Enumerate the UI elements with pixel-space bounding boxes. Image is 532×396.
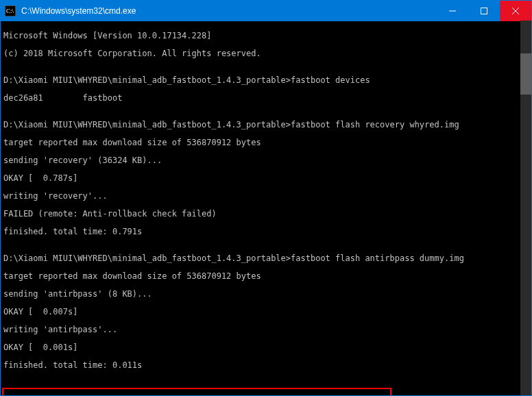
output-line: writing 'antirbpass'... — [3, 325, 529, 334]
titlebar[interactable]: C:\ C:\Windows\system32\cmd.exe — [1, 1, 531, 21]
output-line: FAILED (remote: Anti-rollback check fail… — [3, 210, 529, 219]
output-line: OKAY [ 0.001s] — [3, 343, 529, 352]
maximize-button[interactable] — [468, 1, 500, 21]
window-title: C:\Windows\system32\cmd.exe — [20, 6, 437, 16]
close-button[interactable] — [500, 1, 531, 21]
output-line: target reported max download size of 536… — [3, 138, 529, 147]
output-line: OKAY [ 0.007s] — [3, 308, 529, 317]
output-line: Microsoft Windows [Version 10.0.17134.22… — [3, 32, 529, 40]
output-line: finished. total time: 0.011s — [3, 361, 529, 370]
output-line: D:\Xiaomi MIUI\WHYRED\minimal_adb_fastbo… — [3, 76, 529, 85]
output-line: dec26a81 fastboot — [3, 94, 529, 103]
cmd-window: C:\ C:\Windows\system32\cmd.exe Microsof… — [0, 0, 532, 396]
output-line: sending 'antirbpass' (8 KB)... — [3, 290, 529, 299]
window-controls — [437, 1, 531, 21]
scrollbar-thumb[interactable] — [520, 53, 531, 95]
output-line: finished. total time: 0.791s — [3, 227, 529, 236]
output-line: D:\Xiaomi MIUI\WHYRED\minimal_adb_fastbo… — [3, 254, 529, 263]
output-line: D:\Xiaomi MIUI\WHYRED\minimal_adb_fastbo… — [3, 121, 529, 129]
vertical-scrollbar[interactable] — [520, 21, 531, 395]
output-line: OKAY [ 0.787s] — [3, 174, 529, 183]
svg-rect-3 — [481, 8, 487, 14]
output-line: writing 'recovery'... — [3, 192, 529, 201]
minimize-button[interactable] — [437, 1, 468, 21]
output-line: (c) 2018 Microsoft Corporation. All righ… — [3, 49, 529, 58]
cmd-app-icon: C:\ — [5, 5, 16, 16]
output-line: target reported max download size of 536… — [3, 272, 529, 281]
svg-text:C:\: C:\ — [6, 8, 14, 14]
highlighted-section: D:\Xiaomi MIUI\WHYRED\minimal_adb_fastbo… — [2, 388, 391, 395]
terminal-output[interactable]: Microsoft Windows [Version 10.0.17134.22… — [1, 21, 531, 395]
output-line: sending 'recovery' (36324 KB)... — [3, 156, 529, 165]
scrollbar-track[interactable] — [520, 21, 531, 395]
